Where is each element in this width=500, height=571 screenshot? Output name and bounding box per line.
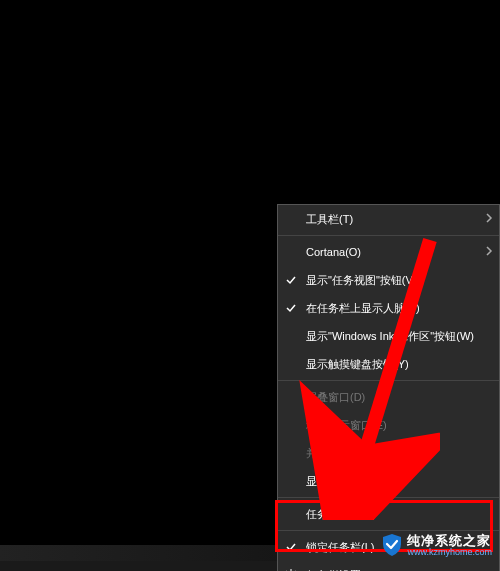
menu-item-cortana[interactable]: Cortana(O) [278,238,499,266]
menu-label: 锁定任务栏(L) [306,540,374,555]
menu-label: 堆叠显示窗口(E) [306,418,387,433]
menu-label: 显示触摸键盘按钮(Y) [306,357,409,372]
menu-item-stacked: 堆叠显示窗口(E) [278,411,499,439]
menu-label: 层叠窗口(D) [306,390,365,405]
check-icon [284,540,298,554]
menu-label: Cortana(O) [306,246,361,258]
menu-label: 任务管理器(K) [306,507,376,522]
menu-label: 工具栏(T) [306,212,353,227]
desktop-area: 工具栏(T) Cortana(O) 显示"任务视图"按钮(V) 在任务栏上显示人… [0,0,500,571]
menu-label: 显示桌面(S) [306,474,365,489]
menu-item-show-people[interactable]: 在任务栏上显示人脉(P) [278,294,499,322]
menu-item-windows-ink[interactable]: 显示"Windows Ink 工作区"按钮(W) [278,322,499,350]
watermark: 纯净系统之家 www.kzmyhome.com [381,533,492,557]
menu-item-taskbar-settings[interactable]: 任务栏设置(T) [278,561,499,571]
menu-item-show-desktop[interactable]: 显示桌面(S) [278,467,499,495]
menu-item-cascade: 层叠窗口(D) [278,383,499,411]
menu-label: 在任务栏上显示人脉(P) [306,301,420,316]
menu-item-show-task-view[interactable]: 显示"任务视图"按钮(V) [278,266,499,294]
menu-label: 显示"Windows Ink 工作区"按钮(W) [306,329,474,344]
shield-icon [381,533,403,557]
menu-label: 任务栏设置(T) [306,568,375,572]
chevron-right-icon [485,213,493,225]
menu-item-toolbars[interactable]: 工具栏(T) [278,205,499,233]
watermark-url: www.kzmyhome.com [407,548,492,557]
taskbar-context-menu: 工具栏(T) Cortana(O) 显示"任务视图"按钮(V) 在任务栏上显示人… [277,204,500,571]
watermark-title: 纯净系统之家 [407,534,492,547]
chevron-right-icon [485,246,493,258]
menu-item-touch-keyboard[interactable]: 显示触摸键盘按钮(Y) [278,350,499,378]
watermark-text: 纯净系统之家 www.kzmyhome.com [407,534,492,557]
menu-label: 并排显示窗口(I) [306,446,382,461]
menu-label: 显示"任务视图"按钮(V) [306,273,416,288]
menu-separator [278,497,499,498]
menu-separator [278,530,499,531]
check-icon [284,273,298,287]
menu-separator [278,380,499,381]
menu-item-task-manager[interactable]: 任务管理器(K) [278,500,499,528]
check-icon [284,301,298,315]
menu-item-side-by-side: 并排显示窗口(I) [278,439,499,467]
menu-separator [278,235,499,236]
